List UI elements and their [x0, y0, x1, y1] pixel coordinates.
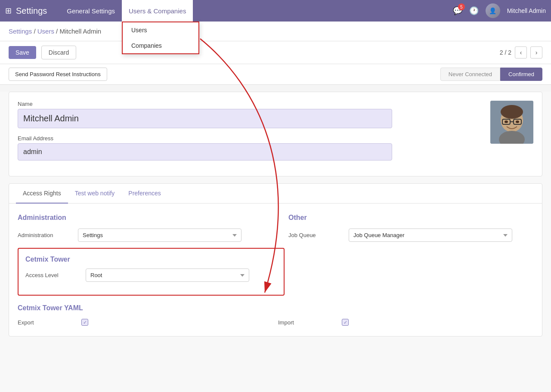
users-companies-menu-item[interactable]: Users & Companies: [122, 0, 193, 22]
pagination-text: 2 / 2: [500, 49, 511, 56]
status-confirmed[interactable]: Confirmed: [500, 68, 542, 81]
status-pills: Never Connected Confirmed: [440, 68, 542, 81]
other-section-title: Other: [288, 214, 533, 222]
breadcrumb-users[interactable]: Users: [37, 28, 54, 35]
dropdown-companies[interactable]: Companies: [123, 38, 198, 53]
avatar[interactable]: 👤: [486, 3, 500, 18]
notifications-icon[interactable]: 💬 5: [453, 6, 462, 15]
breadcrumb-settings[interactable]: Settings: [9, 28, 32, 35]
email-label: Email Address: [18, 135, 482, 142]
cetmix-access-row: Access Level Root Admin User: [25, 269, 277, 282]
export-row: Export ✓: [18, 319, 273, 326]
import-label: Import: [278, 319, 338, 326]
action-bar: Save Discard 2 / 2 ‹ ›: [0, 41, 551, 64]
name-input[interactable]: [18, 109, 392, 128]
export-label: Export: [18, 319, 78, 326]
administration-select[interactable]: Settings Access Rights: [78, 228, 241, 242]
tab-test-web-notify[interactable]: Test web notify: [68, 184, 122, 204]
notification-badge: 5: [458, 3, 465, 10]
username[interactable]: Mitchell Admin: [507, 7, 546, 14]
navbar: ⊞ Settings General Settings Users & Comp…: [0, 0, 551, 22]
discard-button[interactable]: Discard: [41, 46, 76, 59]
name-field-group: Name: [18, 101, 482, 128]
action-buttons: Save Discard: [9, 46, 76, 59]
access-rights-grid: Administration Administration Settings A…: [18, 214, 533, 248]
yaml-grid: Export ✓ Import ✓: [18, 319, 533, 326]
grid-icon[interactable]: ⊞: [5, 6, 12, 15]
import-row: Import ✓: [278, 319, 533, 326]
cetmix-tower-title: Cetmix Tower: [25, 256, 277, 263]
navbar-right: 💬 5 🕐 👤 Mitchell Admin: [453, 3, 546, 18]
job-queue-row: Job Queue Job Queue Manager: [288, 228, 533, 242]
main-content: Name Email Address: [0, 92, 551, 392]
pagination-next[interactable]: ›: [530, 46, 542, 59]
send-reset-button[interactable]: Send Password Reset Instructions: [9, 68, 107, 81]
general-settings-menu-item[interactable]: General Settings: [60, 0, 122, 22]
status-never-connected[interactable]: Never Connected: [440, 68, 500, 81]
name-label: Name: [18, 101, 482, 107]
pagination: 2 / 2 ‹ ›: [500, 46, 542, 59]
app-title: Settings: [16, 6, 47, 16]
tab-content: Administration Administration Settings A…: [9, 204, 542, 336]
users-companies-wrapper: Users & Companies Users Companies: [122, 0, 193, 22]
cetmix-access-select[interactable]: Root Admin User: [86, 269, 249, 282]
administration-label: Administration: [18, 232, 78, 238]
users-companies-dropdown: Users Companies: [122, 22, 199, 54]
dropdown-users[interactable]: Users: [123, 22, 198, 38]
navbar-menu: General Settings Users & Companies Users…: [60, 0, 452, 22]
save-button[interactable]: Save: [9, 46, 36, 59]
form-section: Name Email Address: [9, 92, 542, 176]
administration-column: Administration Administration Settings A…: [18, 214, 263, 248]
svg-point-7: [516, 120, 519, 123]
avatar-image[interactable]: [490, 101, 533, 144]
tab-preferences[interactable]: Preferences: [121, 184, 167, 204]
tabs-header: Access Rights Test web notify Preference…: [9, 184, 542, 204]
tab-access-rights[interactable]: Access Rights: [16, 184, 68, 204]
breadcrumb: Settings / Users / Mitchell Admin: [0, 22, 551, 41]
status-bar: Send Password Reset Instructions Never C…: [0, 64, 551, 85]
administration-section-title: Administration: [18, 214, 263, 222]
cetmix-yaml-section: Cetmix Tower YAML Export ✓ Import ✓: [18, 304, 533, 326]
cetmix-tower-section: Cetmix Tower Access Level Root Admin Use…: [18, 248, 285, 296]
clock-icon[interactable]: 🕐: [469, 6, 479, 15]
job-queue-select[interactable]: Job Queue Manager: [349, 228, 512, 242]
pagination-prev[interactable]: ‹: [515, 46, 527, 59]
export-checkbox[interactable]: ✓: [81, 319, 88, 326]
tabs-container: Access Rights Test web notify Preference…: [9, 183, 542, 336]
form-fields: Name Email Address: [18, 101, 482, 167]
other-column: Other Job Queue Job Queue Manager: [288, 214, 533, 248]
cetmix-yaml-title: Cetmix Tower YAML: [18, 304, 533, 312]
email-input[interactable]: [18, 143, 392, 161]
svg-point-6: [505, 120, 508, 123]
email-field-group: Email Address: [18, 135, 482, 161]
svg-point-2: [501, 105, 523, 119]
cetmix-access-label: Access Level: [25, 272, 86, 278]
administration-row: Administration Settings Access Rights: [18, 228, 263, 242]
import-checkbox[interactable]: ✓: [342, 319, 349, 326]
job-queue-label: Job Queue: [288, 232, 349, 238]
breadcrumb-current: Mitchell Admin: [59, 28, 101, 35]
